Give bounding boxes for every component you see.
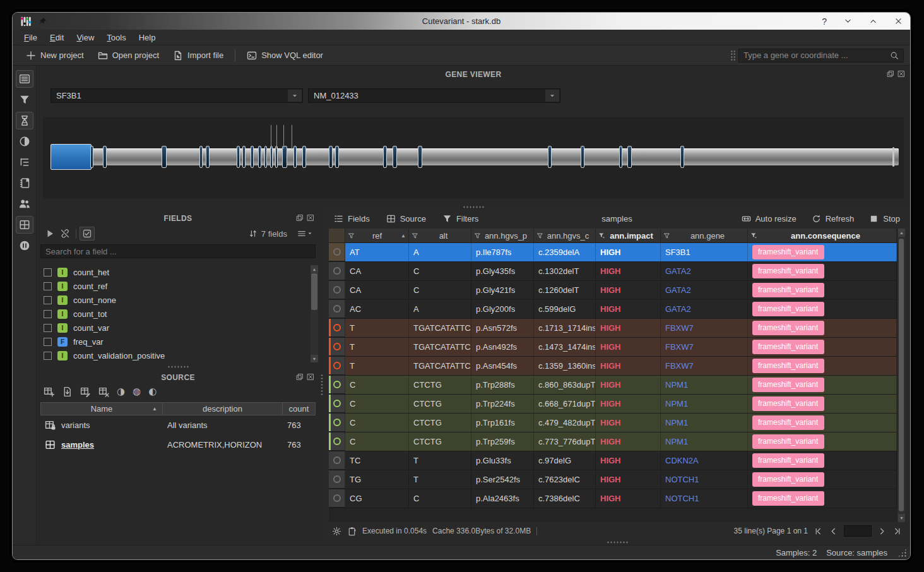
- selection-circle-icon[interactable]: [333, 305, 341, 313]
- vertical-splitter[interactable]: [319, 210, 324, 545]
- menu-item-file[interactable]: File: [18, 31, 44, 44]
- fields-scrollbar[interactable]: ▲ ▼: [311, 265, 318, 362]
- variant-row[interactable]: TTGATCATATTCATATp.Asn492fsc.1473_1474ins…: [329, 338, 897, 357]
- selection-circle-icon[interactable]: [333, 494, 341, 502]
- union-icon[interactable]: ◍: [133, 386, 141, 397]
- variant-row[interactable]: CACp.Gly421fsc.1260delTHIGHGATA2frameshi…: [329, 281, 897, 300]
- selection-circle-icon[interactable]: [333, 267, 341, 275]
- stop-button[interactable]: Stop: [869, 214, 900, 223]
- auto-resize-button[interactable]: Auto resize: [742, 214, 797, 223]
- resize-grip[interactable]: [897, 548, 907, 557]
- cell-gene-link[interactable]: GATA2: [661, 281, 748, 299]
- float-icon[interactable]: [887, 70, 894, 78]
- bottom-splitter[interactable]: [324, 540, 910, 545]
- field-search-input[interactable]: [45, 247, 311, 256]
- variant-row[interactable]: TCTp.Glu33fsc.97delGHIGHCDKN2Aframeshift…: [329, 451, 897, 470]
- cell-gene-link[interactable]: NOTCH1: [661, 489, 748, 508]
- selection-circle-icon[interactable]: [333, 400, 341, 407]
- source-column-header-name[interactable]: Name▲: [40, 402, 163, 415]
- column-header-ann-impact[interactable]: ann.impact: [596, 229, 661, 243]
- toolbar-button-open-project[interactable]: Open project: [91, 48, 166, 63]
- dock-toggle-samples-dock[interactable]: [16, 195, 33, 213]
- scroll-down-icon[interactable]: ▼: [311, 355, 318, 362]
- edit-source-button[interactable]: [80, 386, 91, 397]
- close-icon[interactable]: [897, 70, 905, 78]
- menu-item-help[interactable]: Help: [133, 31, 162, 44]
- gear-icon[interactable]: [332, 527, 341, 536]
- dock-toggle-gene-viewer-dock[interactable]: [16, 112, 33, 129]
- menu-item-view[interactable]: View: [70, 31, 100, 44]
- field-checkbox[interactable]: [44, 296, 52, 304]
- row-indicator[interactable]: [329, 262, 345, 280]
- selection-circle-icon[interactable]: [333, 362, 341, 369]
- close-button[interactable]: [894, 17, 903, 25]
- close-icon[interactable]: [307, 214, 314, 222]
- refresh-button[interactable]: Refresh: [812, 214, 855, 223]
- row-indicator[interactable]: [329, 414, 345, 432]
- row-indicator[interactable]: [329, 319, 345, 337]
- dock-toggle-fields-dock[interactable]: [16, 70, 33, 88]
- row-indicator[interactable]: [329, 300, 345, 318]
- cell-gene-link[interactable]: GATA2: [661, 262, 748, 280]
- delete-source-button[interactable]: [98, 386, 109, 397]
- show-checked-button[interactable]: [80, 227, 95, 241]
- dock-toggle-notebook-dock[interactable]: [16, 174, 33, 192]
- field-search-box[interactable]: [40, 244, 316, 258]
- source-column-header-description[interactable]: description: [163, 402, 283, 415]
- toolbar-button-new-project[interactable]: New project: [19, 48, 91, 63]
- intersect-icon[interactable]: ◑: [117, 386, 125, 397]
- selection-circle-icon[interactable]: [333, 438, 341, 445]
- row-indicator[interactable]: [329, 338, 345, 356]
- page-number-input[interactable]: [844, 525, 872, 537]
- field-checkbox[interactable]: [44, 352, 52, 360]
- source-row-variants[interactable]: variantsAll variants763: [40, 415, 316, 435]
- row-indicator[interactable]: [329, 489, 345, 508]
- toolbar-button-show-vql-editor[interactable]: Show VQL editor: [240, 48, 330, 63]
- selection-circle-icon[interactable]: [333, 475, 341, 483]
- variant-scrollbar[interactable]: ▲ ▼: [897, 229, 905, 522]
- selection-circle-icon[interactable]: [333, 456, 341, 464]
- source-row-samples[interactable]: samplesACROMETRIX,HORIZON763: [40, 435, 316, 455]
- unlink-fields-button[interactable]: [57, 227, 73, 241]
- variant-row[interactable]: CGCp.Ala2463fsc.7386delCHIGHNOTCH1frames…: [329, 489, 897, 508]
- next-page-button[interactable]: [877, 527, 887, 536]
- cell-gene-link[interactable]: FBXW7: [661, 319, 748, 337]
- cell-gene-link[interactable]: CDKN2A: [661, 451, 748, 470]
- minimize-button[interactable]: [844, 17, 852, 25]
- cell-gene-link[interactable]: GATA2: [661, 300, 748, 318]
- dock-toggle-metrics-dock[interactable]: [16, 237, 33, 254]
- row-indicator[interactable]: [329, 451, 345, 470]
- dock-toggle-tree-dock[interactable]: [16, 153, 33, 171]
- source-column-header-count[interactable]: count: [283, 402, 316, 415]
- field-list-item[interactable]: Icount_tot: [38, 307, 309, 321]
- dock-toggle-source-dock[interactable]: [16, 216, 33, 234]
- field-checkbox[interactable]: [44, 310, 52, 318]
- maximize-button[interactable]: [869, 17, 877, 25]
- variant-row[interactable]: CACp.Gly435fsc.1302delTHIGHGATA2frameshi…: [329, 262, 897, 281]
- column-header-alt[interactable]: alt: [409, 229, 471, 243]
- row-indicator[interactable]: [329, 243, 345, 261]
- first-page-button[interactable]: [814, 527, 823, 536]
- selection-circle-icon[interactable]: [333, 248, 341, 256]
- scrollbar-thumb[interactable]: [311, 273, 317, 310]
- selection-circle-icon[interactable]: [333, 419, 341, 426]
- import-source-button[interactable]: [62, 386, 73, 397]
- variant-row[interactable]: ATAp.Ile787fsc.2359delAHIGHSF3B1frameshi…: [329, 243, 897, 262]
- cell-gene-link[interactable]: NOTCH1: [661, 470, 748, 489]
- difference-icon[interactable]: ◐: [148, 386, 157, 397]
- field-list-item[interactable]: Icount_var: [38, 321, 309, 335]
- clipboard-icon[interactable]: [347, 527, 357, 536]
- field-checkbox[interactable]: [44, 268, 52, 277]
- variant-row[interactable]: CCTCTGp.Trp224fsc.668_671dupTCT(HIGHNPM1…: [329, 395, 897, 414]
- gene-search-box[interactable]: [738, 49, 904, 63]
- help-button[interactable]: ?: [822, 16, 827, 27]
- scroll-up-icon[interactable]: ▲: [898, 229, 905, 237]
- cell-gene-link[interactable]: SF3B1: [661, 243, 748, 261]
- field-list-item[interactable]: Ffreq_var: [38, 335, 309, 349]
- row-indicator[interactable]: [329, 432, 345, 451]
- cell-gene-link[interactable]: NPM1: [661, 395, 748, 413]
- field-checkbox[interactable]: [44, 338, 52, 346]
- transcript-select-arrow[interactable]: [545, 90, 559, 102]
- gene-search-input[interactable]: [743, 51, 890, 60]
- grid-corner-cell[interactable]: [329, 229, 345, 243]
